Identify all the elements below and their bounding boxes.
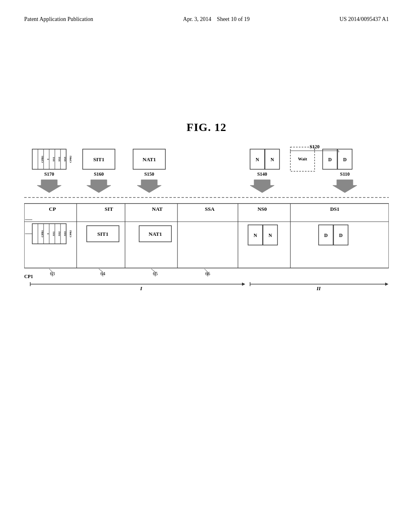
svg-text:S110: S110 bbox=[340, 171, 350, 177]
svg-marker-37 bbox=[87, 180, 111, 193]
svg-text:S140: S140 bbox=[257, 171, 267, 177]
svg-text:NS0: NS0 bbox=[257, 206, 267, 212]
svg-text:I: I bbox=[46, 233, 50, 234]
header-center: Apr. 3, 2014 Sheet 10 of 19 bbox=[183, 16, 250, 23]
svg-text:SS2: SS2 bbox=[58, 231, 61, 236]
svg-text:S170: S170 bbox=[44, 171, 54, 177]
svg-text:NAT1: NAT1 bbox=[143, 156, 156, 162]
svg-text:CPB2: CPB2 bbox=[69, 156, 72, 163]
svg-text:SS2: SS2 bbox=[58, 157, 61, 162]
fig-title: FIG. 12 bbox=[187, 121, 227, 134]
svg-text:CP: CP bbox=[49, 206, 56, 212]
svg-text:D: D bbox=[324, 233, 328, 238]
svg-text:SIT: SIT bbox=[105, 206, 113, 212]
svg-text:S160: S160 bbox=[94, 171, 104, 177]
svg-text:N: N bbox=[256, 157, 259, 162]
svg-text:CPB1: CPB1 bbox=[41, 230, 44, 237]
diagram-svg: CPB1 I SS1 SS2 SS3 CPB2 SIT1 NAT1 N N Wa… bbox=[24, 145, 389, 298]
svg-text:NAT1: NAT1 bbox=[149, 231, 162, 237]
header-date: Apr. 3, 2014 bbox=[183, 16, 211, 22]
svg-text:SS3: SS3 bbox=[63, 231, 67, 236]
svg-text:S120: S120 bbox=[310, 145, 320, 150]
svg-text:D: D bbox=[328, 157, 332, 162]
svg-text:SSA: SSA bbox=[205, 206, 215, 212]
cp-group-bottom: CPB1 I SS1 SS2 SS3 CPB2 bbox=[32, 224, 72, 244]
svg-marker-38 bbox=[137, 180, 161, 193]
svg-text:II: II bbox=[316, 285, 321, 291]
header-left: Patent Application Publication bbox=[24, 16, 93, 23]
svg-text:SS3: SS3 bbox=[63, 157, 67, 162]
svg-text:I: I bbox=[140, 285, 142, 291]
svg-text:I: I bbox=[46, 158, 50, 160]
diagram-container: CPB1 I SS1 SS2 SS3 CPB2 SIT1 NAT1 N N Wa… bbox=[24, 145, 389, 300]
svg-text:D: D bbox=[343, 157, 347, 162]
svg-text:N: N bbox=[271, 157, 274, 162]
svg-marker-36 bbox=[37, 180, 61, 193]
svg-text:D: D bbox=[339, 233, 343, 238]
svg-text:SIT1: SIT1 bbox=[97, 231, 108, 237]
svg-text:SS1: SS1 bbox=[52, 231, 55, 236]
header-sheet: Sheet 10 of 19 bbox=[217, 16, 250, 22]
svg-text:NAT: NAT bbox=[152, 206, 163, 212]
svg-marker-102 bbox=[385, 283, 388, 286]
svg-text:CPB1: CPB1 bbox=[41, 156, 44, 163]
svg-text:SS1: SS1 bbox=[52, 157, 55, 162]
svg-text:N: N bbox=[269, 233, 272, 238]
cp-group-top: CPB1 I SS1 SS2 SS3 CPB2 bbox=[32, 149, 72, 169]
header: Patent Application Publication Apr. 3, 2… bbox=[24, 16, 389, 23]
svg-marker-98 bbox=[242, 283, 245, 286]
svg-marker-40 bbox=[333, 180, 357, 193]
header-right: US 2014/0095437 A1 bbox=[340, 16, 389, 23]
svg-text:S150: S150 bbox=[144, 171, 154, 177]
svg-marker-39 bbox=[250, 180, 274, 193]
svg-text:N: N bbox=[254, 233, 257, 238]
svg-text:CP1: CP1 bbox=[24, 274, 33, 279]
svg-text:SIT1: SIT1 bbox=[93, 156, 104, 162]
svg-text:CPB2: CPB2 bbox=[69, 230, 72, 237]
svg-text:Wait: Wait bbox=[298, 156, 307, 161]
svg-text:DS1: DS1 bbox=[330, 206, 339, 212]
